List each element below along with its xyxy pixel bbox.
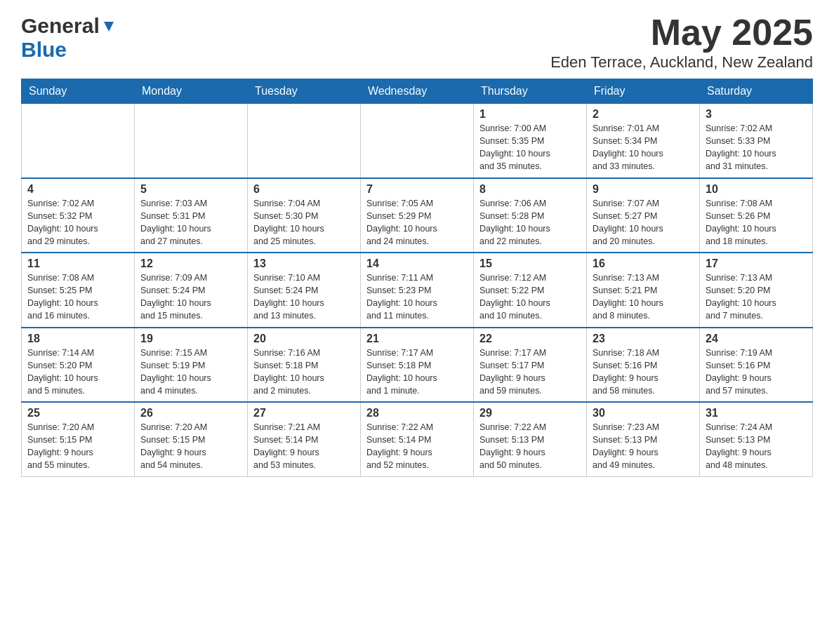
location-title: Eden Terrace, Auckland, New Zealand bbox=[550, 53, 813, 72]
calendar-cell: 24Sunrise: 7:19 AMSunset: 5:16 PMDayligh… bbox=[700, 328, 813, 403]
day-info: Sunrise: 7:02 AMSunset: 5:33 PMDaylight:… bbox=[706, 122, 807, 173]
day-number: 4 bbox=[27, 183, 128, 196]
calendar-week-3: 11Sunrise: 7:08 AMSunset: 5:25 PMDayligh… bbox=[22, 253, 813, 328]
day-header-monday: Monday bbox=[135, 79, 248, 104]
day-number: 23 bbox=[593, 333, 694, 345]
title-section: May 2025 Eden Terrace, Auckland, New Zea… bbox=[550, 14, 813, 72]
calendar-cell: 20Sunrise: 7:16 AMSunset: 5:18 PMDayligh… bbox=[248, 328, 361, 403]
calendar-cell bbox=[22, 104, 135, 178]
day-number: 25 bbox=[27, 407, 128, 420]
day-number: 20 bbox=[253, 333, 355, 345]
day-info: Sunrise: 7:05 AMSunset: 5:29 PMDaylight:… bbox=[366, 197, 468, 248]
day-number: 29 bbox=[479, 407, 581, 420]
day-number: 11 bbox=[27, 257, 128, 270]
calendar-cell: 12Sunrise: 7:09 AMSunset: 5:24 PMDayligh… bbox=[135, 253, 248, 328]
day-number: 6 bbox=[253, 183, 355, 196]
calendar-header-row: SundayMondayTuesdayWednesdayThursdayFrid… bbox=[22, 79, 813, 104]
day-info: Sunrise: 7:08 AMSunset: 5:26 PMDaylight:… bbox=[706, 197, 807, 248]
calendar-cell: 16Sunrise: 7:13 AMSunset: 5:21 PMDayligh… bbox=[587, 253, 700, 328]
day-info: Sunrise: 7:24 AMSunset: 5:13 PMDaylight:… bbox=[706, 421, 807, 472]
calendar-cell: 27Sunrise: 7:21 AMSunset: 5:14 PMDayligh… bbox=[248, 402, 361, 476]
calendar-cell: 30Sunrise: 7:23 AMSunset: 5:13 PMDayligh… bbox=[587, 402, 700, 476]
day-header-tuesday: Tuesday bbox=[248, 79, 361, 104]
calendar-week-1: 1Sunrise: 7:00 AMSunset: 5:35 PMDaylight… bbox=[22, 104, 813, 178]
logo-general-text: General bbox=[21, 14, 100, 38]
day-info: Sunrise: 7:20 AMSunset: 5:15 PMDaylight:… bbox=[140, 421, 241, 472]
calendar-week-2: 4Sunrise: 7:02 AMSunset: 5:32 PMDaylight… bbox=[22, 178, 813, 253]
day-header-saturday: Saturday bbox=[700, 79, 813, 104]
day-number: 14 bbox=[366, 257, 468, 270]
day-number: 27 bbox=[253, 407, 355, 420]
day-info: Sunrise: 7:08 AMSunset: 5:25 PMDaylight:… bbox=[27, 271, 128, 323]
logo-arrow-icon bbox=[102, 20, 115, 36]
day-info: Sunrise: 7:06 AMSunset: 5:28 PMDaylight:… bbox=[479, 197, 581, 248]
calendar-cell bbox=[361, 104, 474, 178]
logo-blue-text: Blue bbox=[21, 38, 67, 61]
day-info: Sunrise: 7:15 AMSunset: 5:19 PMDaylight:… bbox=[140, 347, 241, 398]
day-number: 16 bbox=[593, 257, 694, 270]
calendar-cell: 4Sunrise: 7:02 AMSunset: 5:32 PMDaylight… bbox=[22, 178, 135, 253]
month-title: May 2025 bbox=[550, 14, 813, 51]
calendar-cell: 31Sunrise: 7:24 AMSunset: 5:13 PMDayligh… bbox=[700, 402, 813, 476]
day-number: 21 bbox=[366, 333, 468, 345]
calendar-cell: 25Sunrise: 7:20 AMSunset: 5:15 PMDayligh… bbox=[22, 402, 135, 476]
day-number: 31 bbox=[706, 407, 807, 420]
day-number: 17 bbox=[706, 257, 807, 270]
calendar-cell: 18Sunrise: 7:14 AMSunset: 5:20 PMDayligh… bbox=[22, 328, 135, 403]
day-number: 22 bbox=[479, 333, 581, 345]
calendar-cell: 3Sunrise: 7:02 AMSunset: 5:33 PMDaylight… bbox=[700, 104, 813, 178]
day-header-wednesday: Wednesday bbox=[361, 79, 474, 104]
day-info: Sunrise: 7:14 AMSunset: 5:20 PMDaylight:… bbox=[27, 347, 128, 398]
calendar-table: SundayMondayTuesdayWednesdayThursdayFrid… bbox=[21, 79, 813, 477]
calendar-cell: 11Sunrise: 7:08 AMSunset: 5:25 PMDayligh… bbox=[22, 253, 135, 328]
day-number: 7 bbox=[366, 183, 468, 196]
day-number: 12 bbox=[140, 257, 241, 270]
day-info: Sunrise: 7:09 AMSunset: 5:24 PMDaylight:… bbox=[140, 271, 241, 323]
calendar-cell: 8Sunrise: 7:06 AMSunset: 5:28 PMDaylight… bbox=[474, 178, 587, 253]
calendar-cell: 15Sunrise: 7:12 AMSunset: 5:22 PMDayligh… bbox=[474, 253, 587, 328]
calendar-cell: 26Sunrise: 7:20 AMSunset: 5:15 PMDayligh… bbox=[135, 402, 248, 476]
day-number: 30 bbox=[593, 407, 694, 420]
calendar-cell: 23Sunrise: 7:18 AMSunset: 5:16 PMDayligh… bbox=[587, 328, 700, 403]
day-info: Sunrise: 7:20 AMSunset: 5:15 PMDaylight:… bbox=[27, 421, 128, 472]
calendar-cell: 7Sunrise: 7:05 AMSunset: 5:29 PMDaylight… bbox=[361, 178, 474, 253]
calendar-cell bbox=[135, 104, 248, 178]
day-info: Sunrise: 7:23 AMSunset: 5:13 PMDaylight:… bbox=[593, 421, 694, 472]
day-info: Sunrise: 7:00 AMSunset: 5:35 PMDaylight:… bbox=[479, 122, 581, 173]
calendar-cell: 14Sunrise: 7:11 AMSunset: 5:23 PMDayligh… bbox=[361, 253, 474, 328]
svg-marker-0 bbox=[104, 22, 114, 32]
calendar-cell: 1Sunrise: 7:00 AMSunset: 5:35 PMDaylight… bbox=[474, 104, 587, 178]
day-info: Sunrise: 7:17 AMSunset: 5:17 PMDaylight:… bbox=[479, 347, 581, 398]
page-header: General Blue May 2025 Eden Terrace, Auck… bbox=[21, 14, 813, 72]
day-info: Sunrise: 7:02 AMSunset: 5:32 PMDaylight:… bbox=[27, 197, 128, 248]
calendar-cell: 22Sunrise: 7:17 AMSunset: 5:17 PMDayligh… bbox=[474, 328, 587, 403]
calendar-cell: 10Sunrise: 7:08 AMSunset: 5:26 PMDayligh… bbox=[700, 178, 813, 253]
day-info: Sunrise: 7:03 AMSunset: 5:31 PMDaylight:… bbox=[140, 197, 241, 248]
day-number: 9 bbox=[593, 183, 694, 196]
day-info: Sunrise: 7:12 AMSunset: 5:22 PMDaylight:… bbox=[479, 271, 581, 323]
day-number: 15 bbox=[479, 257, 581, 270]
day-info: Sunrise: 7:13 AMSunset: 5:20 PMDaylight:… bbox=[706, 271, 807, 323]
day-info: Sunrise: 7:16 AMSunset: 5:18 PMDaylight:… bbox=[253, 347, 355, 398]
calendar-week-4: 18Sunrise: 7:14 AMSunset: 5:20 PMDayligh… bbox=[22, 328, 813, 403]
day-number: 1 bbox=[479, 108, 581, 121]
day-info: Sunrise: 7:13 AMSunset: 5:21 PMDaylight:… bbox=[593, 271, 694, 323]
day-info: Sunrise: 7:18 AMSunset: 5:16 PMDaylight:… bbox=[593, 347, 694, 398]
day-info: Sunrise: 7:10 AMSunset: 5:24 PMDaylight:… bbox=[253, 271, 355, 323]
logo: General Blue bbox=[21, 14, 115, 62]
day-info: Sunrise: 7:21 AMSunset: 5:14 PMDaylight:… bbox=[253, 421, 355, 472]
calendar-cell: 2Sunrise: 7:01 AMSunset: 5:34 PMDaylight… bbox=[587, 104, 700, 178]
day-info: Sunrise: 7:22 AMSunset: 5:14 PMDaylight:… bbox=[366, 421, 468, 472]
day-header-sunday: Sunday bbox=[22, 79, 135, 104]
day-info: Sunrise: 7:19 AMSunset: 5:16 PMDaylight:… bbox=[706, 347, 807, 398]
day-info: Sunrise: 7:11 AMSunset: 5:23 PMDaylight:… bbox=[366, 271, 468, 323]
day-info: Sunrise: 7:07 AMSunset: 5:27 PMDaylight:… bbox=[593, 197, 694, 248]
calendar-cell: 17Sunrise: 7:13 AMSunset: 5:20 PMDayligh… bbox=[700, 253, 813, 328]
day-number: 3 bbox=[706, 108, 807, 121]
day-number: 5 bbox=[140, 183, 241, 196]
day-info: Sunrise: 7:04 AMSunset: 5:30 PMDaylight:… bbox=[253, 197, 355, 248]
day-number: 28 bbox=[366, 407, 468, 420]
calendar-cell: 6Sunrise: 7:04 AMSunset: 5:30 PMDaylight… bbox=[248, 178, 361, 253]
day-number: 13 bbox=[253, 257, 355, 270]
calendar-week-5: 25Sunrise: 7:20 AMSunset: 5:15 PMDayligh… bbox=[22, 402, 813, 476]
